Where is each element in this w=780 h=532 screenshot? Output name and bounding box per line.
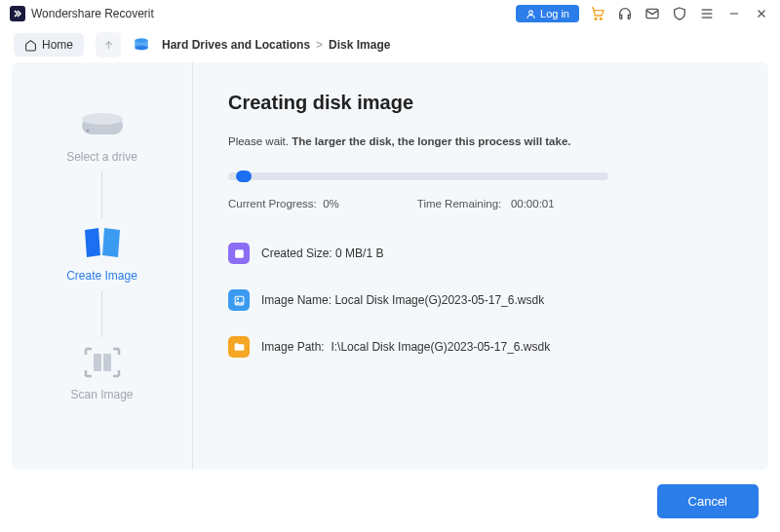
progress-bar: [228, 172, 608, 180]
svg-point-19: [236, 297, 238, 299]
main-area: Select a drive Create Image Scan Image C…: [12, 62, 768, 470]
step-create-image: Create Image: [12, 226, 192, 283]
time-label: Time Remaining:: [417, 198, 502, 209]
subtitle-prefix: Please wait.: [228, 135, 292, 147]
step-connector: [101, 171, 102, 218]
created-size-row: Created Size: 0 MB/1 B: [228, 243, 733, 264]
breadcrumb-separator: >: [316, 38, 323, 52]
menu-icon[interactable]: [698, 5, 716, 22]
step-select-drive: Select a drive: [12, 107, 192, 164]
mail-icon[interactable]: [644, 5, 661, 22]
image-icon: [228, 289, 250, 311]
progress-info-row: Current Progress: 0% Time Remaining: 00:…: [228, 198, 733, 209]
image-name-row: Image Name: Local Disk Image(G)2023-05-1…: [228, 289, 733, 311]
page-title: Creating disk image: [228, 92, 733, 114]
login-label: Log in: [540, 8, 569, 19]
time-value: 00:00:01: [511, 198, 555, 209]
svg-point-1: [595, 18, 597, 19]
folder-icon: [228, 336, 250, 358]
svg-rect-15: [94, 354, 101, 371]
step-scan-label: Scan Image: [70, 388, 133, 401]
headset-icon[interactable]: [616, 5, 634, 22]
progress-label: Current Progress:: [228, 198, 317, 209]
step-scan-image: Scan Image: [12, 345, 192, 401]
svg-point-0: [529, 10, 533, 14]
login-button[interactable]: Log in: [516, 5, 579, 22]
storage-icon: [228, 243, 250, 264]
titlebar-right: Log in: [516, 5, 770, 22]
navbar: Home Hard Drives and Locations > Disk Im…: [0, 27, 780, 62]
cart-icon[interactable]: [589, 5, 606, 22]
minimize-icon[interactable]: [725, 5, 743, 22]
svg-point-13: [82, 113, 123, 125]
step-connector: [101, 290, 102, 337]
step-select-label: Select a drive: [66, 150, 137, 164]
path-text: Image Path: I:\Local Disk Image(G)2023-0…: [261, 340, 550, 354]
titlebar-left: Wondershare Recoverit: [10, 6, 154, 21]
step-create-label: Create Image: [66, 269, 137, 283]
content-area: Creating disk image Please wait. The lar…: [193, 62, 768, 470]
breadcrumb-item-2[interactable]: Disk Image: [329, 38, 390, 52]
close-icon[interactable]: [753, 5, 770, 22]
breadcrumb-item-1[interactable]: Hard Drives and Locations: [162, 38, 310, 52]
titlebar: Wondershare Recoverit Log in: [0, 0, 780, 27]
up-button[interactable]: [96, 32, 121, 57]
breadcrumb: Hard Drives and Locations > Disk Image: [162, 38, 390, 52]
app-title: Wondershare Recoverit: [31, 7, 154, 20]
disk-icon: [133, 36, 150, 54]
progress-handle: [236, 171, 252, 182]
svg-point-11: [135, 46, 148, 51]
size-text: Created Size: 0 MB/1 B: [261, 247, 383, 260]
cancel-button[interactable]: Cancel: [657, 484, 759, 518]
svg-point-2: [600, 18, 602, 19]
time-text: Time Remaining: 00:00:01: [417, 198, 555, 209]
drive-icon: [79, 107, 126, 142]
scan-image-icon: [79, 345, 126, 380]
subtitle-bold: The larger the disk, the longer this pro…: [292, 135, 570, 147]
create-image-icon: [79, 226, 126, 261]
image-path-row: Image Path: I:\Local Disk Image(G)2023-0…: [228, 336, 733, 358]
progress-text: Current Progress: 0%: [228, 198, 339, 209]
home-label: Home: [42, 38, 73, 52]
home-button[interactable]: Home: [14, 33, 84, 57]
progress-value: 0%: [323, 198, 339, 209]
svg-rect-16: [103, 354, 111, 371]
name-text: Image Name: Local Disk Image(G)2023-05-1…: [261, 293, 544, 307]
footer: Cancel: [0, 470, 780, 532]
sidebar: Select a drive Create Image Scan Image: [12, 62, 193, 470]
app-logo-icon: [10, 6, 25, 21]
svg-point-14: [86, 130, 89, 133]
subtitle: Please wait. The larger the disk, the lo…: [228, 135, 733, 147]
svg-rect-17: [235, 249, 244, 258]
shield-icon[interactable]: [671, 5, 688, 22]
